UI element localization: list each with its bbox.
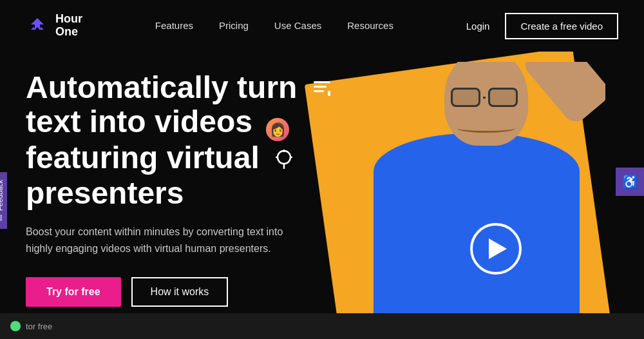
hero-title: Automatically turn text into videos 👩 fe…: [26, 71, 333, 211]
status-text: tor free: [26, 322, 52, 331]
title-line2: text into videos: [26, 104, 252, 139]
arm-shape: [520, 62, 605, 127]
hero-subtitle: Boost your content within minutes by con…: [26, 224, 296, 257]
logo-icon: [26, 14, 49, 37]
nav-item-features[interactable]: Features: [155, 20, 193, 32]
hero-section: ✉ Feedback Automatically turn: [0, 52, 644, 339]
nav-right: Login Create a free video: [466, 13, 618, 39]
how-it-works-button[interactable]: How it works: [131, 277, 229, 307]
hero-buttons: Try for free How it works: [26, 277, 333, 307]
create-video-button[interactable]: Create a free video: [505, 13, 618, 39]
nav-item-usecases[interactable]: Use Cases: [274, 20, 321, 32]
play-button-overlay[interactable]: [470, 223, 522, 275]
nav-item-resources[interactable]: Resources: [347, 20, 393, 32]
svg-point-5: [278, 151, 290, 164]
wand-icon: [273, 143, 295, 177]
status-dot: [10, 321, 21, 331]
person-emoji: 👩: [266, 107, 289, 141]
try-free-button[interactable]: Try for free: [26, 277, 121, 307]
feedback-tab[interactable]: ✉ Feedback: [0, 172, 7, 229]
list-icon: [311, 77, 333, 103]
play-triangle-icon: [489, 238, 507, 259]
nav-item-pricing[interactable]: Pricing: [219, 20, 249, 32]
feedback-label: Feedback: [0, 180, 4, 211]
shirt-shape: [374, 133, 580, 326]
hero-person-image: [309, 62, 605, 339]
navbar: Hour One Features Pricing Use Cases Reso…: [0, 0, 644, 52]
logo[interactable]: Hour One: [26, 13, 82, 39]
feedback-icon: ✉: [0, 215, 5, 221]
svg-rect-4: [328, 91, 330, 96]
svg-rect-3: [314, 90, 324, 92]
login-button[interactable]: Login: [466, 21, 490, 32]
title-line1: Automatically turn: [26, 70, 297, 104]
status-bar: tor free: [0, 313, 644, 339]
title-line4: presenters: [26, 176, 184, 210]
accessibility-icon: ♿: [622, 174, 638, 189]
accessibility-button[interactable]: ♿: [616, 168, 644, 196]
head-shape: [444, 62, 528, 146]
svg-rect-2: [314, 86, 327, 88]
hero-content: Automatically turn text into videos 👩 fe…: [26, 71, 333, 307]
svg-rect-1: [314, 81, 330, 83]
nav-links: Features Pricing Use Cases Resources: [155, 20, 393, 32]
title-line3: featuring virtual: [26, 140, 260, 175]
